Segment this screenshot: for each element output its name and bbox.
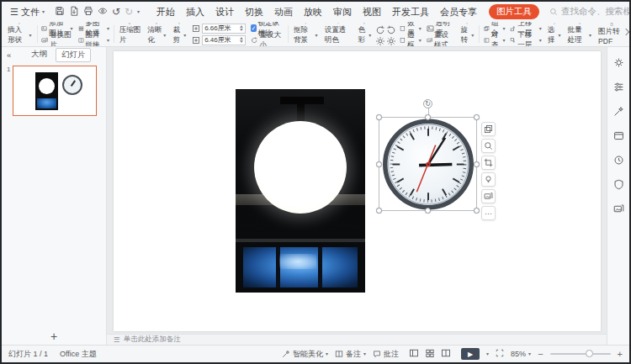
batch-process-button[interactable]: 批量处理▾ [565,23,595,45]
spin-down-icon[interactable] [240,40,243,43]
tab-design[interactable]: 设计 [210,4,239,20]
export-icon[interactable] [69,6,79,18]
tab-transition[interactable]: 切换 [240,4,268,20]
lamp-photo-image[interactable] [236,89,365,293]
picture-stitch-button[interactable]: 图片拼接▾ [77,35,111,45]
brightness-down-icon[interactable] [386,34,396,45]
spin-up-icon[interactable] [240,25,243,28]
tab-review[interactable]: 审阅 [328,4,357,20]
replace-picture-button[interactable]: 替换图片 [40,35,74,45]
settings-icon[interactable] [612,55,625,69]
tab-slideshow[interactable]: 放映 [299,4,327,20]
resize-handle-s[interactable] [425,208,431,214]
crop-tool-button[interactable] [481,156,496,170]
add-slide-button[interactable]: + [2,330,106,343]
comments-button[interactable]: 批注 [373,349,399,360]
tab-developer[interactable]: 开发工具 [387,4,434,20]
spin-down-icon[interactable] [240,29,243,31]
resize-handle-nw[interactable] [376,114,382,120]
resize-handle-w[interactable] [376,161,382,167]
sharpen-button[interactable]: 清晰化▾ [145,23,168,45]
tab-home[interactable]: 开始 [151,4,180,20]
slide-thumbnail[interactable] [13,66,97,116]
timer-icon[interactable] [612,153,625,166]
zoom-in-button[interactable]: + [618,349,623,359]
save-icon[interactable] [55,6,65,18]
layers-button[interactable] [481,122,496,136]
beautify-icon[interactable] [612,104,625,118]
file-menu-button[interactable]: ☰ 文件 ▾ [7,6,48,18]
compress-picture-button[interactable]: 压缩图片 [117,23,144,45]
security-icon[interactable] [612,177,625,191]
resize-handle-se[interactable] [474,208,480,214]
color-button[interactable]: 色彩▾ [356,23,374,45]
crop-button[interactable]: 裁剪▾ [170,23,188,45]
smart-beautify-button[interactable]: 智能美化 ▾ [282,349,328,360]
redo-icon[interactable]: ↻ [125,7,133,17]
undo-caret-icon[interactable]: ▾ [137,9,140,14]
notes-button[interactable]: 备注 ▾ [335,349,366,360]
undo-icon[interactable]: ↺ [112,7,120,17]
picture-to-pdf-button[interactable]: 图片转PDF [596,23,628,45]
zoom-out-button[interactable]: − [538,349,543,359]
theme-label[interactable]: Office 主题 [60,349,97,360]
view-normal-icon[interactable] [409,348,419,360]
clock-image-selected[interactable]: ↻ [379,117,477,211]
insert-shape-button[interactable]: 插入形状▾ [5,23,34,45]
add-picture-icon [41,24,47,33]
preview-icon[interactable] [98,6,108,18]
command-search[interactable]: 查找命令、搜索模板 [549,6,631,18]
tab-slides[interactable]: 幻灯片 [56,48,92,62]
animation-pane-icon[interactable] [612,129,625,142]
remove-background-button[interactable]: 抠除背景▾ [291,23,321,45]
more-options-button[interactable]: ··· [481,206,496,220]
slide-canvas[interactable]: ↻ [107,47,607,334]
select-button[interactable]: 选择▾ [545,23,564,45]
sliders-icon[interactable] [612,80,625,93]
tab-outline[interactable]: 大纲 [26,48,52,62]
reset-style-button[interactable]: 重设样式 [425,35,457,45]
zoom-level[interactable]: 85% ▾ [511,350,531,358]
compress-label: 压缩图片 [119,25,141,45]
view-sorter-icon[interactable] [425,348,435,360]
image-panel-icon[interactable] [612,202,625,215]
zoom-slider-thumb[interactable] [586,350,593,357]
play-slideshow-button[interactable]: ▶ [461,348,480,360]
rotation-handle[interactable]: ↻ [423,99,432,108]
align-button[interactable]: 对齐▾ [482,35,507,45]
brightness-up-icon[interactable] [375,34,385,45]
border-button[interactable]: 边框▾ [398,35,423,45]
print-icon[interactable] [83,6,93,18]
reset-size-button[interactable]: 重设大小 [249,35,285,45]
menu-icon: ☰ [10,7,19,18]
idea-button[interactable] [481,172,496,187]
play-caret-icon[interactable]: ▾ [486,351,489,356]
notes-bar[interactable]: ☰ 单击此处添加备注 [107,334,607,345]
rotate-left-icon[interactable] [375,24,385,34]
view-reading-icon[interactable] [441,348,451,360]
resize-handle-e[interactable] [474,161,480,167]
rotate-right-icon[interactable] [386,24,396,34]
tab-member[interactable]: 会员专享 [435,4,482,20]
replace-image-button[interactable] [481,189,496,203]
send-backward-button[interactable]: 下移一层▾ [508,35,543,45]
slide-thumbnail-row: 1 [2,66,106,116]
set-transparent-color-button[interactable]: 设置透明色 [322,23,354,45]
zoom-button[interactable] [481,139,496,153]
rotate-button[interactable]: 旋转▾ [458,23,476,45]
fit-window-icon[interactable] [496,349,504,359]
resize-handle-n[interactable] [425,114,431,120]
tab-animation[interactable]: 动画 [269,4,298,20]
zoom-slider[interactable] [550,353,611,355]
tab-picture-tools-active[interactable]: 图片工具 [489,4,539,19]
collapse-panel-icon[interactable]: « [7,50,11,60]
resize-handle-sw[interactable] [376,208,382,214]
height-input[interactable]: 6.66厘米 [202,24,246,34]
width-input[interactable]: 6.46厘米 [202,35,246,45]
spin-up-icon[interactable] [240,37,243,40]
slide[interactable]: ↻ [114,51,601,331]
tab-view[interactable]: 视图 [358,4,386,20]
width-field-row: 6.46厘米 [190,35,247,45]
resize-handle-ne[interactable] [474,114,480,120]
tab-insert[interactable]: 插入 [181,4,209,20]
